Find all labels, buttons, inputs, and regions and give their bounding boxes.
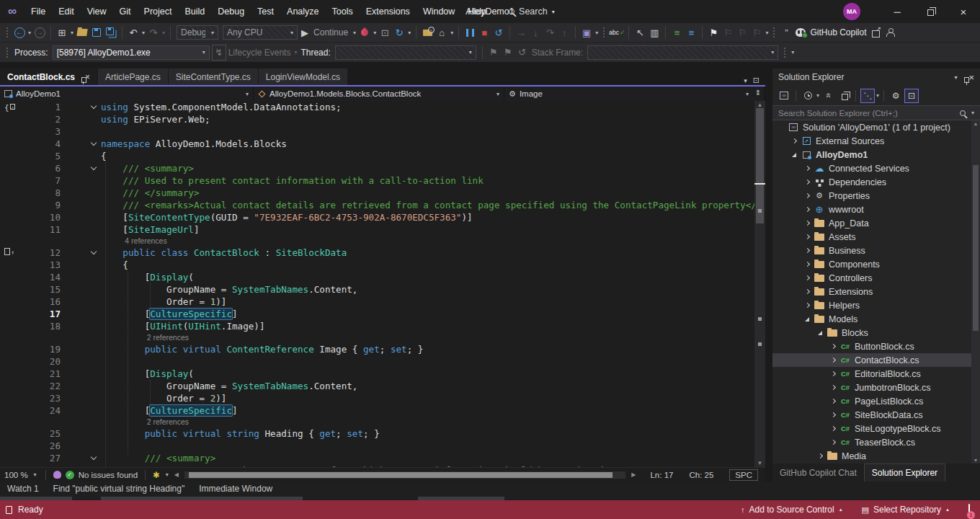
redo[interactable]: ↷ xyxy=(146,25,161,40)
panel-tab-solution-explorer[interactable]: Solution Explorer xyxy=(864,463,945,482)
restore-button[interactable] xyxy=(914,0,947,23)
menu-tools[interactable]: Tools xyxy=(326,0,360,23)
add-to-source-control-button[interactable]: ↑ Add to Source Control ▲ xyxy=(741,505,843,515)
expand-chevron-icon[interactable] xyxy=(827,399,839,403)
format-selection[interactable]: ≡ xyxy=(684,25,698,40)
tab-contactblock-cs[interactable]: ContactBlock.cs× xyxy=(0,68,98,85)
expand-chevron-icon[interactable] xyxy=(827,413,839,417)
sync-with-active-document-icon[interactable] xyxy=(837,89,851,103)
code-cleanup-chevron-icon[interactable]: ▾ xyxy=(164,471,170,478)
tree-item-teaserblock-cs[interactable]: C#TeaserBlock.cs xyxy=(772,435,971,449)
menu-file[interactable]: File xyxy=(24,0,52,23)
menu-git[interactable]: Git xyxy=(113,0,138,23)
scroll-right-icon[interactable]: ▶ xyxy=(631,471,636,478)
breadcrumb-alloydemo1-models-blocks-contactblock[interactable]: AlloyDemo1.Models.Blocks.ContactBlock▾ xyxy=(254,86,504,101)
tree-item-contactblock-cs[interactable]: C#ContactBlock.cs xyxy=(772,353,980,367)
browser-link[interactable]: ⌂ xyxy=(435,25,449,40)
code-editor[interactable]: {↗1using System.ComponentModel.DataAnnot… xyxy=(0,101,765,467)
tree-item-media[interactable]: Media xyxy=(772,449,971,463)
menu-edit[interactable]: Edit xyxy=(52,0,81,23)
format-document[interactable]: ≡ xyxy=(669,25,684,40)
dropdown-chevron-icon[interactable]: ▾ xyxy=(27,30,32,36)
dropdown-chevron-icon[interactable]: ▾ xyxy=(69,30,75,36)
tree-item-app-data[interactable]: App_Data xyxy=(772,216,971,230)
tree-item-connected-services[interactable]: ☁Connected Services xyxy=(772,161,971,175)
hot-reload-icon[interactable] xyxy=(357,25,372,40)
search-control[interactable]: Search ▾ xyxy=(509,6,555,17)
solution-search-box[interactable]: Search Solution Explorer (Ctrl+;) ▾ xyxy=(772,105,980,120)
expand-chevron-icon[interactable] xyxy=(788,139,800,143)
dropdown-chevron-icon[interactable]: ▾ xyxy=(876,92,879,99)
zoom-level[interactable]: 100 % xyxy=(4,471,28,479)
fold-margin[interactable] xyxy=(86,247,101,259)
menu-test[interactable]: Test xyxy=(251,0,280,23)
menu-view[interactable]: View xyxy=(81,0,113,23)
navigate-forward[interactable]: → xyxy=(32,25,47,40)
bottom-tab-find-public-virtual-string-heading[interactable]: Find "public virtual string Heading" xyxy=(46,484,192,494)
new-project[interactable]: ⊞ xyxy=(55,25,69,40)
tree-item-jumbotronblock-cs[interactable]: C#JumbotronBlock.cs xyxy=(772,381,971,394)
menu-help[interactable]: Help xyxy=(461,0,493,23)
tab-loginviewmodel-cs[interactable]: LoginViewModel.cs xyxy=(259,68,348,85)
switch-views-icon[interactable]: ∞ xyxy=(777,89,791,103)
scrollbar-thumb[interactable] xyxy=(756,108,764,223)
clear-bookmarks[interactable]: ⚐ xyxy=(749,25,764,40)
expand-chevron-icon[interactable] xyxy=(801,317,813,321)
expand-chevron-icon[interactable] xyxy=(801,221,813,225)
expand-chevron-icon[interactable] xyxy=(801,290,813,293)
tree-item-editorialblock-cs[interactable]: C#EditorialBlock.cs xyxy=(772,367,971,381)
tree-item-assets[interactable]: Assets xyxy=(772,230,971,244)
document-list-chevron-icon[interactable]: ▾ xyxy=(744,77,747,84)
tab-sitecontenttype-cs[interactable]: SiteContentType.cs xyxy=(169,68,259,85)
thread-combo[interactable]: ▾ xyxy=(335,45,476,60)
expand-chevron-icon[interactable] xyxy=(801,208,813,211)
close-button[interactable]: × xyxy=(947,0,980,23)
panel-tab-github-copilot-chat[interactable]: GitHub Copilot Chat xyxy=(772,463,864,482)
tree-item-business[interactable]: Business xyxy=(772,244,971,257)
toggle-comment[interactable]: ” xyxy=(779,25,793,40)
dropdown-chevron-icon[interactable]: ▾ xyxy=(406,30,412,36)
health-status[interactable]: No issues found xyxy=(79,471,138,479)
tree-item-pagelistblock-cs[interactable]: C#PageListBlock.cs xyxy=(772,394,971,408)
collapse-all-icon[interactable]: » xyxy=(821,89,835,103)
horizontal-scrollbar-thumb[interactable] xyxy=(189,472,612,478)
bottom-tab-immediate-window[interactable]: Immediate Window xyxy=(192,484,280,494)
expand-chevron-icon[interactable] xyxy=(801,194,813,198)
tree-item-solution-alloydemo1-1-of-1-project[interactable]: ∞Solution 'AlloyDemo1' (1 of 1 project) xyxy=(772,120,971,134)
minimize-button[interactable]: ─ xyxy=(881,0,914,23)
code-cleanup-icon[interactable]: ✱ xyxy=(153,470,160,480)
tree-item-blocks[interactable]: Blocks xyxy=(772,326,971,340)
selection-tool[interactable]: ↖ xyxy=(633,25,647,40)
scroll-left-icon[interactable]: ◀ xyxy=(174,471,179,478)
dropdown-chevron-icon[interactable]: ▾ xyxy=(352,30,357,36)
tree-item-dependencies[interactable]: Dependencies xyxy=(772,175,971,189)
tree-item-helpers[interactable]: Helpers xyxy=(772,298,971,312)
expand-chevron-icon[interactable] xyxy=(801,180,813,184)
menu-project[interactable]: Project xyxy=(138,0,179,23)
expand-chevron-icon[interactable] xyxy=(827,372,839,376)
breadcrumb-alloydemo1[interactable]: AlloyDemo1▾ xyxy=(0,86,254,101)
expand-chevron-icon[interactable] xyxy=(801,303,813,307)
solution-platforms[interactable]: Any CPU▾ xyxy=(223,25,298,40)
break-all-icon[interactable] xyxy=(463,25,477,40)
navigate-backward[interactable]: ← xyxy=(12,25,27,40)
dropdown-chevron-icon[interactable]: ▾ xyxy=(141,30,146,36)
solution-configurations[interactable]: Debug▾ xyxy=(177,25,218,40)
menu-build[interactable]: Build xyxy=(178,0,211,23)
fold-margin[interactable] xyxy=(86,162,101,174)
show-flagged-threads[interactable]: ⚑ xyxy=(486,45,501,61)
fold-margin[interactable] xyxy=(86,452,101,464)
tree-item-properties[interactable]: ⚙Properties xyxy=(772,189,971,203)
pending-changes-filter-icon[interactable] xyxy=(801,89,815,103)
dropdown-chevron-icon[interactable]: ▾ xyxy=(372,30,378,36)
step-into[interactable]: ↓ xyxy=(528,25,543,40)
expand-chevron-icon[interactable] xyxy=(827,386,839,389)
expand-chevron-icon[interactable] xyxy=(801,276,813,280)
dropdown-chevron-icon[interactable]: ▾ xyxy=(816,92,819,99)
add-account-icon-icon[interactable] xyxy=(883,25,898,40)
fold-margin[interactable] xyxy=(86,138,101,150)
close-panel-icon[interactable]: × xyxy=(968,72,974,83)
menu-window[interactable]: Window xyxy=(416,0,461,23)
scroll-down-icon[interactable]: ▼ xyxy=(754,460,765,466)
block-selection[interactable]: ▥ xyxy=(647,25,662,40)
